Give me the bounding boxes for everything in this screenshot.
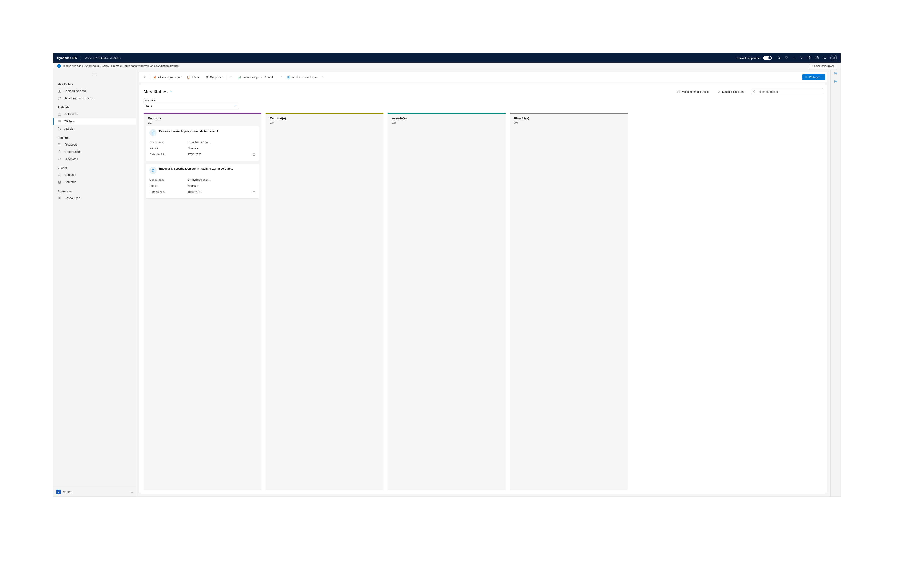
sidebar-item-label: Appels [64,127,74,130]
task-card[interactable]: Envoyer la spécification sur la machine … [146,164,259,198]
sidebar-item-contacts[interactable]: Contacts [53,171,136,178]
echeance-label: Échéance [144,99,823,102]
sidebar-item-label: Prévisions [64,157,78,160]
trend-icon [57,157,62,161]
banner-text: Bienvenue dans Dynamics 365 Sales ! Il r… [63,64,179,68]
lane-title: Planifié(e) [514,117,624,120]
lane-title: Annulé(e) [392,117,501,120]
sidebar-item-label: Opportunités [64,150,81,153]
filter-icon[interactable] [798,54,806,62]
svg-point-0 [778,57,780,58]
svg-rect-38 [289,76,290,78]
field-label: Concernant [149,178,188,181]
new-look-toggle[interactable] [763,56,772,60]
sidebar-item-label: Comptes [64,180,76,184]
svg-rect-26 [59,181,60,183]
svg-line-43 [755,92,756,93]
sidebar-item-forecasts[interactable]: Prévisions [53,155,136,162]
sidebar-item-accounts[interactable]: Comptes [53,178,136,186]
field-label: Date d'éché... [149,153,188,156]
show-as-button[interactable]: Afficher en tant que [285,74,319,80]
more-chevron-1[interactable] [228,74,234,80]
page-title[interactable]: Mes tâches [144,89,172,94]
show-chart-button[interactable]: Afficher graphique [151,74,183,80]
edit-filters-button[interactable]: Modifier les filtres [715,89,747,94]
user-avatar[interactable]: JS [830,55,837,61]
chevron-down-icon [234,104,237,108]
card-title: Passer en revue la proposition de tarif … [159,129,220,133]
sidebar-item-calls[interactable]: Appels [53,125,136,132]
echeance-select[interactable]: Tous [144,103,239,109]
trial-banner: Bienvenue dans Dynamics 365 Sales ! Il r… [53,63,841,69]
field-value: 18/12/2023 [188,190,251,194]
sidebar-item-label: Accélérateur des ven... [64,96,95,100]
svg-rect-40 [678,91,679,93]
card-title: Envoyer la spécification sur la machine … [159,167,233,171]
lane-planned: Planifié(e) 0/0 [510,112,628,490]
search-icon[interactable] [775,54,783,62]
svg-point-42 [754,91,755,92]
lightbulb-icon[interactable] [783,54,790,62]
svg-rect-10 [58,90,59,91]
cmd-label: Supprimer [210,75,223,79]
sidebar-item-accelerator[interactable]: Accélérateur des ven... [53,94,136,102]
svg-rect-34 [155,76,156,78]
calendar-icon [251,153,255,156]
more-chevron-2[interactable] [278,74,284,80]
help-icon[interactable] [813,54,821,62]
sidebar-item-resources[interactable]: Ressources [53,194,136,202]
section-activities: Activités [53,102,136,111]
brand: Dynamics 365 [57,56,81,60]
filter-placeholder: Filtrer par mot clé [758,90,779,93]
teams-chat-icon[interactable] [834,79,838,84]
sidebar-item-calendar[interactable]: Calendrier [53,111,136,118]
info-icon [57,64,61,68]
lane-count: 2/2 [148,121,257,124]
plus-icon[interactable] [790,54,798,62]
share-button[interactable]: Partager [802,75,825,80]
lane-cancelled: Annulé(e) 0/0 [388,112,506,490]
sidebar-item-opportunities[interactable]: Opportunités [53,148,136,155]
area-switcher[interactable]: V Ventes ⇅ [53,487,136,496]
delete-button[interactable]: Supprimer [203,74,225,80]
field-label: Concernant [149,141,188,144]
lane-title: Terminé(e) [270,117,379,120]
act-label: Modifier les colonnes [682,90,709,93]
section-pipeline: Pipeline [53,132,136,141]
svg-rect-46 [253,153,255,155]
sidebar-item-dashboard[interactable]: Tableau de bord [53,87,136,94]
calendar-icon [57,112,62,116]
lane-count: 0/0 [392,121,501,124]
section-my-tasks: Mes tâches [53,79,136,87]
import-excel-button[interactable]: Importer à partir d'Excel [236,74,275,80]
sidebar-item-tasks[interactable]: Tâches [53,118,136,125]
hamburger-icon[interactable] [53,69,136,79]
field-label: Date d'éché... [149,190,188,194]
content-area: Afficher graphique Tâche Supprimer Impor… [136,69,830,496]
area-badge: V [56,489,61,494]
cmd-label: Tâche [192,75,200,79]
field-label: Priorité [149,184,188,188]
new-task-button[interactable]: Tâche [185,74,202,80]
kanban-board: En cours 2/2 Passer en revue la proposit… [144,112,823,490]
keyword-filter-input[interactable]: Filtrer par mot clé [751,88,823,95]
back-button[interactable] [141,74,149,80]
cmd-label: Afficher en tant que [292,75,317,79]
settings-icon[interactable] [806,54,813,62]
cmd-label: Partager [809,75,820,79]
clipboard-icon [149,129,157,136]
compare-plans-button[interactable]: Comparer les plans [810,64,837,68]
building-icon [57,180,62,184]
svg-rect-39 [677,91,678,93]
dashboard-icon [57,89,62,93]
updown-chevron-icon: ⇅ [130,490,133,494]
sidebar-item-label: Calendrier [64,112,78,116]
copilot-icon[interactable] [834,72,838,76]
more-chevron-3[interactable] [320,74,326,80]
sidebar-item-leads[interactable]: Prospects [53,141,136,148]
chat-icon[interactable] [821,54,829,62]
edit-columns-button[interactable]: Modifier les colonnes [675,89,711,94]
task-card[interactable]: Passer en revue la proposition de tarif … [146,126,259,161]
tasks-icon [57,120,62,123]
sidebar-item-label: Contacts [64,173,76,177]
